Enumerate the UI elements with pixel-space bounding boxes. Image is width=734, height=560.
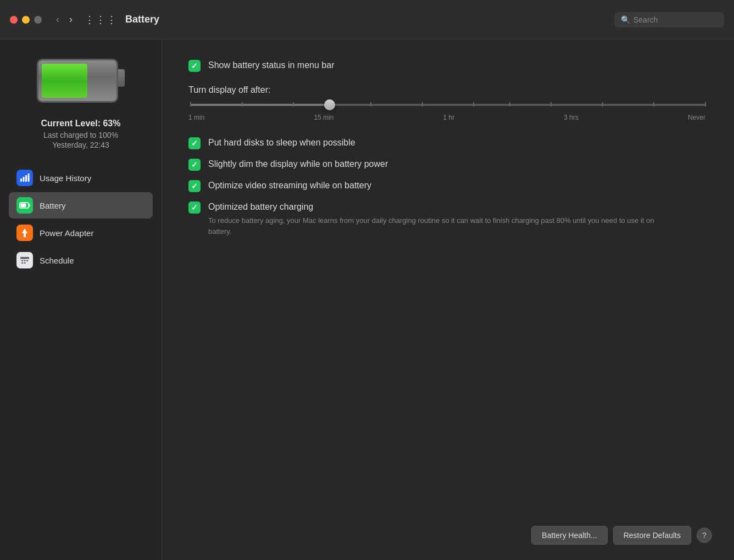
power-adapter-icon xyxy=(16,225,33,241)
battery-nav-icon xyxy=(16,197,33,214)
back-button[interactable]: ‹ xyxy=(53,13,63,26)
help-button[interactable]: ? xyxy=(697,528,712,543)
titlebar: ‹ › ⋮⋮⋮ Battery 🔍 xyxy=(0,0,734,40)
slider-track-filled xyxy=(191,104,330,106)
maximize-button[interactable] xyxy=(34,16,42,24)
battery-fill xyxy=(42,64,87,98)
hard-disk-label: Put hard disks to sleep when possible xyxy=(208,137,355,149)
battery-level-text: Current Level: 63% xyxy=(41,119,121,128)
sidebar-nav: Usage History Battery Po xyxy=(9,165,153,273)
optimize-video-label: Optimize video streaming while on batter… xyxy=(208,180,371,192)
optimized-charging-row: ✓ Optimized battery charging To reduce b… xyxy=(188,201,708,237)
svg-rect-0 xyxy=(20,178,22,182)
svg-rect-1 xyxy=(23,177,25,182)
dim-display-checkbox[interactable]: ✓ xyxy=(188,159,201,171)
nav-arrows: ‹ › xyxy=(53,13,76,26)
optimized-charging-checkbox[interactable]: ✓ xyxy=(188,201,201,214)
checkmark-icon-5: ✓ xyxy=(191,203,198,212)
battery-charged-text: Last charged to 100% xyxy=(41,131,121,139)
svg-rect-13 xyxy=(24,260,26,261)
sidebar: Current Level: 63% Last charged to 100% … xyxy=(0,40,162,560)
svg-rect-10 xyxy=(21,258,23,259)
svg-rect-3 xyxy=(28,173,30,182)
forward-button[interactable]: › xyxy=(66,13,76,26)
sidebar-item-battery[interactable]: Battery xyxy=(9,192,153,219)
dim-display-label: Slightly dim the display while on batter… xyxy=(208,158,388,170)
svg-rect-14 xyxy=(26,260,28,261)
sidebar-item-schedule[interactable]: Schedule xyxy=(9,247,153,273)
sidebar-label-power-adapter: Power Adapter xyxy=(40,228,93,238)
slider-never-label: Never xyxy=(688,114,705,121)
optimized-charging-sublabel: To reduce battery aging, your Mac learns… xyxy=(208,215,659,237)
battery-image xyxy=(37,56,125,105)
slider-3hr-label: 3 hrs xyxy=(564,114,579,121)
svg-rect-6 xyxy=(21,204,26,208)
bottom-bar: Battery Health... Restore Defaults ? xyxy=(531,526,712,545)
optimize-video-row: ✓ Optimize video streaming while on batt… xyxy=(188,180,708,192)
sidebar-item-usage-history[interactable]: Usage History xyxy=(9,165,153,191)
svg-rect-12 xyxy=(21,260,23,261)
slider-thumb[interactable] xyxy=(324,99,335,110)
hard-disk-checkbox[interactable]: ✓ xyxy=(188,137,201,149)
svg-rect-2 xyxy=(25,175,27,182)
svg-rect-11 xyxy=(27,258,28,259)
show-battery-checkbox[interactable]: ✓ xyxy=(188,60,201,72)
battery-body xyxy=(37,59,118,103)
slider-section: Turn display off after: xyxy=(188,85,708,121)
content-area: ✓ Show battery status in menu bar Turn d… xyxy=(162,40,734,560)
checkmark-icon-3: ✓ xyxy=(191,160,198,169)
battery-terminal xyxy=(118,69,125,87)
search-bar: 🔍 xyxy=(614,12,724,27)
checkmark-icon-4: ✓ xyxy=(191,182,198,191)
search-input[interactable] xyxy=(633,15,710,24)
battery-info: Current Level: 63% Last charged to 100% … xyxy=(41,119,121,149)
slider-labels: 1 min 15 min 1 hr 3 hrs Never xyxy=(191,114,705,121)
slider-container: 1 min 15 min 1 hr 3 hrs Never xyxy=(188,104,708,121)
show-battery-row: ✓ Show battery status in menu bar xyxy=(188,59,708,72)
svg-rect-15 xyxy=(21,262,23,264)
usage-history-icon xyxy=(16,170,33,186)
optimized-charging-label: Optimized battery charging xyxy=(208,202,313,211)
slider-label: Turn display off after: xyxy=(188,85,708,95)
slider-track xyxy=(191,104,705,106)
slider-1hr-label: 1 hr xyxy=(443,114,454,121)
sidebar-label-schedule: Schedule xyxy=(40,256,74,265)
slider-15min-label: 15 min xyxy=(314,114,333,121)
battery-time-text: Yesterday, 22:43 xyxy=(41,141,121,149)
svg-marker-7 xyxy=(22,228,27,237)
sidebar-item-power-adapter[interactable]: Power Adapter xyxy=(9,220,153,246)
titlebar-title: Battery xyxy=(125,14,614,25)
schedule-icon xyxy=(16,252,33,268)
checkmark-icon: ✓ xyxy=(191,61,198,70)
main-layout: Current Level: 63% Last charged to 100% … xyxy=(0,40,734,560)
checkmark-icon-2: ✓ xyxy=(191,139,198,148)
show-battery-label: Show battery status in menu bar xyxy=(208,59,334,71)
optimize-video-checkbox[interactable]: ✓ xyxy=(188,180,201,192)
search-icon: 🔍 xyxy=(621,15,630,24)
battery-health-button[interactable]: Battery Health... xyxy=(531,526,607,545)
restore-defaults-button[interactable]: Restore Defaults xyxy=(613,526,691,545)
svg-rect-5 xyxy=(29,204,30,207)
window-controls xyxy=(10,16,42,24)
minimize-button[interactable] xyxy=(22,16,30,24)
sidebar-label-usage-history: Usage History xyxy=(40,173,91,183)
slider-min-label: 1 min xyxy=(188,114,204,121)
sidebar-label-battery: Battery xyxy=(40,201,66,210)
hard-disk-row: ✓ Put hard disks to sleep when possible xyxy=(188,137,708,149)
grid-icon[interactable]: ⋮⋮⋮ xyxy=(85,14,118,26)
svg-rect-16 xyxy=(24,262,26,264)
optimized-charging-content: Optimized battery charging To reduce bat… xyxy=(208,201,659,237)
dim-display-row: ✓ Slightly dim the display while on batt… xyxy=(188,158,708,171)
close-button[interactable] xyxy=(10,16,18,24)
